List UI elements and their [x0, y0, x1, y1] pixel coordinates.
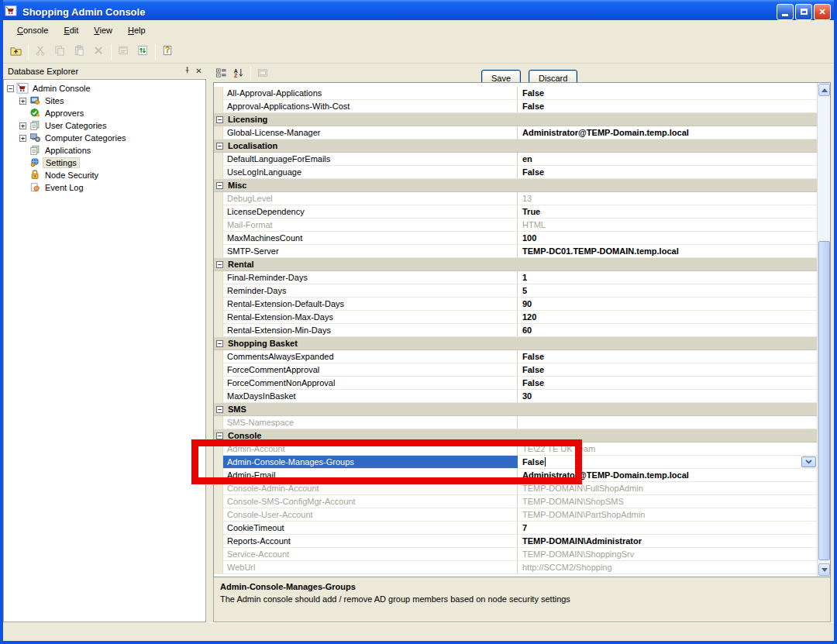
- grid-scrollbar[interactable]: [817, 83, 830, 577]
- tree-expander-minus-icon[interactable]: −: [7, 85, 14, 92]
- grid-section-licensing[interactable]: −Licensing: [214, 113, 817, 126]
- grid-row-debuglevel[interactable]: DebugLevel13: [214, 192, 817, 205]
- grid-row-console-user-account[interactable]: Console-User-AccountTEMP-DOMAIN\PartShop…: [214, 508, 817, 522]
- folder-up-button[interactable]: [6, 43, 26, 61]
- grid-row-rental-extension-max-days[interactable]: Rental-Extension-Max-Days120: [214, 311, 817, 324]
- grid-row-rental-extension-default-days[interactable]: Rental-Extension-Default-Days90: [214, 298, 817, 311]
- collapse-icon[interactable]: −: [216, 116, 223, 123]
- property-value[interactable]: TEMP-DOMAIN\FullShopAdmin: [518, 482, 817, 494]
- scroll-up-icon[interactable]: [818, 84, 830, 96]
- tree-item-settings[interactable]: Settings: [7, 157, 205, 169]
- grid-row-final-reminder-days[interactable]: Final-Reminder-Days1: [214, 271, 817, 284]
- grid-row-admin-email[interactable]: Admin-EmailAdministrator@TEMP-Domain.tem…: [214, 469, 817, 482]
- grid-row-all-approval-applications[interactable]: All-Approval-ApplicationsFalse: [214, 87, 817, 100]
- grid-section-localisation[interactable]: −Localisation: [214, 139, 817, 153]
- close-button[interactable]: ✕: [814, 4, 831, 20]
- tree-item-event-log[interactable]: Event Log: [7, 181, 205, 194]
- tree-expander-plus-icon[interactable]: +: [19, 98, 26, 105]
- property-value[interactable]: True: [518, 205, 817, 218]
- close-panel-icon[interactable]: ✕: [193, 66, 205, 77]
- tree-item-sites[interactable]: +Sites: [7, 95, 205, 107]
- grid-row-console-sms-configmgr-account[interactable]: Console-SMS-ConfigMgr-AccountTEMP-DOMAIN…: [214, 495, 817, 508]
- property-value[interactable]: TE\22 TE UK Team: [518, 443, 817, 455]
- grid-row-smtp-server[interactable]: SMTP-ServerTEMP-DC01.TEMP-DOMAIN.temp.lo…: [214, 245, 817, 258]
- property-value[interactable]: 30: [518, 390, 817, 402]
- property-value[interactable]: Administrator@TEMP-Domain.temp.local: [518, 126, 817, 139]
- scroll-thumb[interactable]: [818, 241, 830, 560]
- grid-row-reminder-days[interactable]: Reminder-Days5: [214, 284, 817, 298]
- az-sort-button[interactable]: AZ: [230, 66, 247, 81]
- grid-section-sms[interactable]: −SMS: [214, 403, 817, 416]
- property-value[interactable]: 100: [518, 232, 817, 244]
- tree-item-applications[interactable]: Applications: [7, 144, 205, 157]
- property-value[interactable]: 7: [518, 522, 817, 534]
- collapse-icon[interactable]: −: [216, 143, 223, 150]
- menu-item-edit[interactable]: Edit: [56, 23, 86, 37]
- property-value[interactable]: HTML: [518, 219, 817, 231]
- property-value[interactable]: 5: [518, 284, 817, 297]
- grid-row-maxdaysinbasket[interactable]: MaxDaysInBasket30: [214, 390, 817, 403]
- tree-expander-plus-icon[interactable]: +: [19, 122, 26, 129]
- grid-row-cookietimeout[interactable]: CookieTimeout7: [214, 522, 817, 535]
- property-value[interactable]: TEMP-DOMAIN\PartShopAdmin: [518, 508, 817, 521]
- property-value[interactable]: False: [518, 377, 817, 389]
- collapse-icon[interactable]: −: [216, 432, 223, 439]
- grid-row-approval-applications-with-cost[interactable]: Approval-Applications-With-CostFalse: [214, 100, 817, 113]
- property-value[interactable]: 90: [518, 298, 817, 310]
- scroll-down-icon[interactable]: [818, 563, 830, 576]
- property-value[interactable]: 1: [518, 271, 817, 284]
- categorized-button[interactable]: [213, 66, 230, 81]
- grid-row-service-account[interactable]: Service-AccountTEMP-DOMAIN\ShoppingSrv: [214, 548, 817, 561]
- grid-row-console-admin-account[interactable]: Console-Admin-AccountTEMP-DOMAIN\FullSho…: [214, 482, 817, 495]
- grid-section-console[interactable]: −Console: [214, 429, 817, 443]
- maximize-button[interactable]: [795, 4, 812, 20]
- collapse-icon[interactable]: −: [216, 182, 223, 189]
- grid-row-forcecommentapproval[interactable]: ForceCommentApprovalFalse: [214, 363, 817, 377]
- grid-row-weburl[interactable]: WebUrlhttp://SCCM2/Shopping: [214, 561, 817, 574]
- refresh-button[interactable]: [133, 43, 153, 61]
- grid-section-rental[interactable]: −Rental: [214, 258, 817, 271]
- property-value[interactable]: TEMP-DOMAIN\Administrator: [518, 535, 817, 547]
- property-value[interactable]: http://SCCM2/Shopping: [518, 561, 817, 573]
- grid-row-defaultlanguageforemails[interactable]: DefaultLanguageForEmailsen: [214, 153, 817, 166]
- grid-section-misc[interactable]: −Misc: [214, 179, 817, 192]
- grid-section-shopping-basket[interactable]: −Shopping Basket: [214, 337, 817, 350]
- pin-icon[interactable]: [181, 66, 193, 77]
- grid-row-reports-account[interactable]: Reports-AccountTEMP-DOMAIN\Administrator: [214, 535, 817, 548]
- property-value[interactable]: TEMP-DOMAIN\ShopSMS: [518, 495, 817, 508]
- tree-item-computer-categories[interactable]: +Computer Categories: [7, 132, 205, 144]
- grid-row-admin-console-manages-groups[interactable]: Admin-Console-Manages-GroupsFalse: [214, 456, 817, 469]
- property-value[interactable]: 120: [518, 311, 817, 323]
- property-value[interactable]: False: [518, 350, 817, 363]
- grid-row-mail-format[interactable]: Mail-FormatHTML: [214, 219, 817, 232]
- property-value[interactable]: False: [518, 87, 817, 99]
- property-value[interactable]: TEMP-DC01.TEMP-DOMAIN.temp.local: [518, 245, 817, 257]
- collapse-icon[interactable]: −: [216, 261, 223, 268]
- grid-row-forcecommentnonapproval[interactable]: ForceCommentNonApprovalFalse: [214, 377, 817, 390]
- property-value[interactable]: TEMP-DOMAIN\ShoppingSrv: [518, 548, 817, 560]
- minimize-button[interactable]: [777, 4, 794, 20]
- grid-row-admin-account[interactable]: Admin-AccountTE\22 TE UK Team: [214, 443, 817, 456]
- grid-row-maxmachinescount[interactable]: MaxMachinesCount100: [214, 232, 817, 245]
- property-value[interactable]: 60: [518, 324, 817, 336]
- grid-row-sms-namespace[interactable]: SMS-Namespace: [214, 416, 817, 429]
- menu-item-view[interactable]: View: [86, 23, 120, 37]
- property-value[interactable]: False: [518, 166, 817, 178]
- property-value[interactable]: [518, 416, 817, 429]
- property-value[interactable]: False: [518, 456, 817, 468]
- grid-row-useloginlanguage[interactable]: UseLogInLanguageFalse: [214, 166, 817, 179]
- property-value[interactable]: False: [518, 363, 817, 376]
- tree-item-user-categories[interactable]: +User Categories: [7, 119, 205, 132]
- grid-row-rental-extension-min-days[interactable]: Rental-Extension-Min-Days60: [214, 324, 817, 337]
- tree-item-approvers[interactable]: Approvers: [7, 107, 205, 119]
- tree-item-admin-console[interactable]: −Admin Console: [7, 82, 205, 95]
- help-button[interactable]: ?: [158, 43, 177, 61]
- grid-row-licensedependency[interactable]: LicenseDependencyTrue: [214, 205, 817, 219]
- menu-item-help[interactable]: Help: [120, 23, 153, 37]
- grid-row-global-license-manager[interactable]: Global-License-ManagerAdministrator@TEMP…: [214, 126, 817, 139]
- value-dropdown-button[interactable]: [801, 456, 816, 467]
- tree-expander-plus-icon[interactable]: +: [19, 135, 26, 142]
- property-value[interactable]: Administrator@TEMP-Domain.temp.local: [518, 469, 817, 481]
- collapse-icon[interactable]: −: [216, 340, 223, 347]
- grid-row-commentsalwaysexpanded[interactable]: CommentsAlwaysExpandedFalse: [214, 350, 817, 363]
